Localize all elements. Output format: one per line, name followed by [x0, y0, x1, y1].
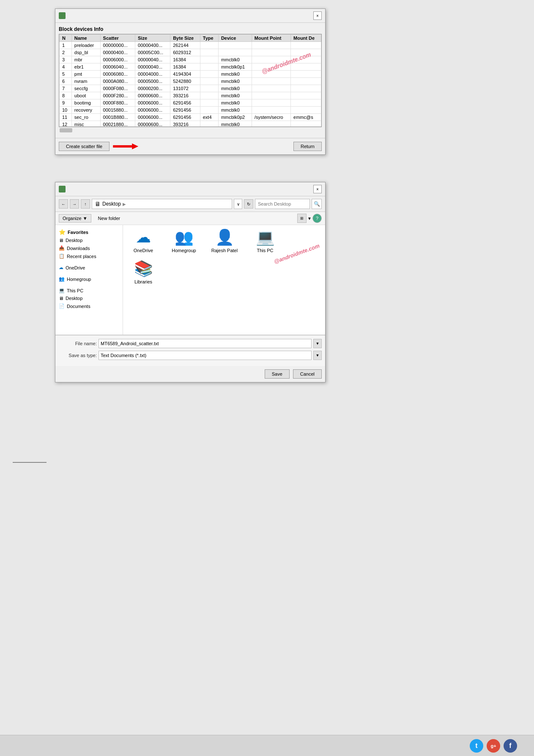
saveas-dropdown[interactable]: ▼ — [313, 351, 322, 360]
back-button[interactable]: ← — [59, 199, 68, 209]
table-cell: 7 — [60, 85, 72, 92]
file-area: ☁ OneDrive 👥 Homegroup 👤 Rajesh Patel 💻 … — [123, 225, 325, 335]
saveas-input[interactable] — [99, 351, 312, 360]
table-cell: 4 — [60, 63, 72, 71]
search-input[interactable] — [255, 199, 310, 209]
sidebar-item-desktop[interactable]: 🖥 Desktop — [55, 236, 123, 244]
sidebar-homegroup-label: Homegroup — [67, 277, 91, 282]
table-row[interactable]: 4ebr100006040...00000040...16384mmcblk0p… — [60, 63, 321, 71]
block-devices-table-container[interactable]: N Name Scatter Size Byte Size Type Devic… — [59, 34, 322, 127]
table-cell: 262144 — [170, 42, 200, 49]
organize-button[interactable]: Organize ▼ — [59, 214, 91, 223]
address-bar[interactable]: 🖥 Desktop ▶ — [92, 199, 232, 209]
recent-icon: 📋 — [59, 253, 65, 259]
onedrive-file-icon: ☁ — [136, 228, 151, 246]
sidebar-item-documents[interactable]: 📄 Documents — [55, 302, 123, 310]
homegroup-file-label: Homegroup — [172, 248, 196, 253]
table-cell — [200, 71, 218, 78]
table-cell: mmcblk0 — [218, 56, 252, 63]
sidebar-item-homegroup[interactable]: 👥 Homegroup — [55, 275, 123, 283]
view-dropdown-arrow[interactable]: ▼ — [307, 216, 312, 221]
sidebar-item-desktop2[interactable]: 🖥 Desktop — [55, 294, 123, 302]
save-button[interactable]: Save — [265, 369, 290, 379]
user-file-label: Rajesh Patel — [211, 248, 238, 253]
table-cell: pmt — [71, 71, 100, 78]
twitter-icon: t — [475, 742, 477, 750]
table-cell: 0000F880... — [100, 99, 135, 107]
table-cell: 9 — [60, 99, 72, 107]
table-cell — [200, 92, 218, 99]
file-item-homegroup[interactable]: 👥 Homegroup — [167, 228, 201, 253]
table-row[interactable]: 6nvram0000A080...00005000...5242880mmcbl… — [60, 78, 321, 85]
table-cell — [291, 56, 321, 63]
filename-dropdown[interactable]: ▼ — [313, 339, 322, 348]
dialog1-close-button[interactable]: × — [313, 11, 322, 20]
scroll-thumb — [60, 128, 72, 132]
file-item-thispc[interactable]: 💻 This PC — [248, 228, 282, 253]
table-cell: 11 — [60, 114, 72, 121]
table-row[interactable]: 10recovery00015880...00006000...6291456m… — [60, 107, 321, 114]
cancel-button[interactable]: Cancel — [293, 369, 322, 379]
col-n: N — [60, 35, 72, 42]
table-cell — [252, 85, 290, 92]
forward-button[interactable]: → — [70, 199, 79, 209]
table-cell: dsp_bl — [71, 49, 100, 56]
table-row[interactable]: 8uboot0000F280...00000600...393216mmcblk… — [60, 92, 321, 99]
block-devices-table: N Name Scatter Size Byte Size Type Devic… — [59, 34, 321, 127]
table-cell: mmcblk0 — [218, 78, 252, 85]
table-row[interactable]: 11sec_ro0001B880...00006000...6291456ext… — [60, 114, 321, 121]
facebook-icon: f — [509, 742, 511, 750]
file-grid: ☁ OneDrive 👥 Homegroup 👤 Rajesh Patel 💻 … — [126, 228, 322, 284]
table-row[interactable]: 3mbr00006000...00000040...16384mmcblk0 — [60, 56, 321, 63]
table-cell: 00006040... — [100, 63, 135, 71]
file-item-onedrive[interactable]: ☁ OneDrive — [126, 228, 160, 253]
table-cell: 393216 — [170, 92, 200, 99]
table-cell: /system/secro — [252, 114, 290, 121]
table-cell — [200, 56, 218, 63]
view-controls: ⊞ ▼ ? — [297, 214, 322, 223]
google-button[interactable]: g+ — [487, 739, 500, 753]
filename-input[interactable] — [99, 339, 312, 348]
table-cell: ext4 — [200, 114, 218, 121]
table-cell — [252, 78, 290, 85]
table-row[interactable]: 1preloader00000000...00000400...262144 — [60, 42, 321, 49]
table-cell: ebr1 — [71, 63, 100, 71]
return-button[interactable]: Return — [293, 142, 322, 151]
search-icon[interactable]: 🔍 — [312, 199, 322, 209]
file-item-libraries[interactable]: 📚 Libraries — [126, 260, 160, 284]
table-header-row: N Name Scatter Size Byte Size Type Devic… — [60, 35, 321, 42]
twitter-button[interactable]: t — [470, 739, 483, 753]
facebook-button[interactable]: f — [504, 739, 517, 753]
table-cell — [252, 107, 290, 114]
refresh-button[interactable]: ↻ — [244, 199, 253, 209]
user-file-icon: 👤 — [215, 228, 234, 246]
sidebar-item-onedrive[interactable]: ☁ OneDrive — [55, 264, 123, 272]
nav-bar: ← → ↑ 🖥 Desktop ▶ ∨ ↻ 🔍 — [55, 196, 325, 212]
view-toggle-button[interactable]: ⊞ — [297, 214, 307, 223]
table-cell — [200, 42, 218, 49]
table-cell: 8 — [60, 92, 72, 99]
horizontal-scrollbar[interactable] — [59, 127, 322, 133]
table-row[interactable]: 7seccfg0000F080...00000200...131072mmcbl… — [60, 85, 321, 92]
table-cell: 00006000... — [100, 56, 135, 63]
dropdown-button[interactable]: ∨ — [234, 199, 242, 209]
sidebar-item-downloads[interactable]: 📥 Downloads — [55, 244, 123, 252]
sidebar-item-recent[interactable]: 📋 Recent places — [55, 252, 123, 260]
table-row[interactable]: 9bootimg0000F880...00006000...6291456mmc… — [60, 99, 321, 107]
table-row[interactable]: 2dsp_bl00000400...00005C00...6029312 — [60, 49, 321, 56]
create-scatter-button[interactable]: Create scatter file — [59, 142, 110, 151]
table-row[interactable]: 12misc00021880...00000600...393216mmcblk… — [60, 121, 321, 127]
desktop-folder-icon: 🖥 — [59, 238, 63, 243]
sidebar-item-thispc[interactable]: 💻 This PC — [55, 286, 123, 294]
libraries-file-label: Libraries — [134, 279, 152, 284]
help-button[interactable]: ? — [312, 214, 322, 223]
table-row[interactable]: 5pmt00006080...00004000...4194304mmcblk0 — [60, 71, 321, 78]
table-cell: mmcblk0p1 — [218, 63, 252, 71]
new-folder-button[interactable]: New folder — [95, 214, 124, 222]
table-cell — [291, 107, 321, 114]
table-cell — [291, 92, 321, 99]
table-cell: mmcblk0 — [218, 71, 252, 78]
dialog2-close-button[interactable]: × — [313, 185, 322, 193]
up-button[interactable]: ↑ — [81, 199, 90, 209]
file-item-user[interactable]: 👤 Rajesh Patel — [208, 228, 241, 253]
